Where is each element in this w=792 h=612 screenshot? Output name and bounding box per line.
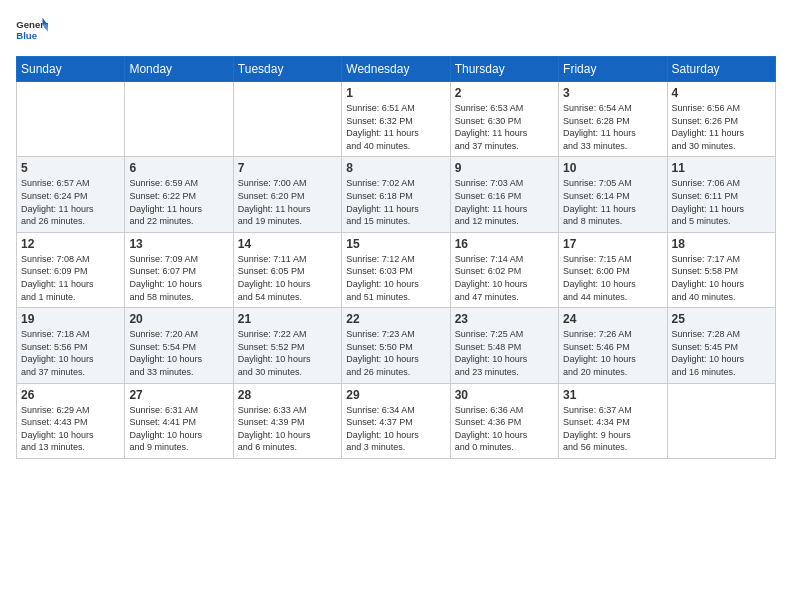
day-number: 9 <box>455 161 554 175</box>
calendar-cell: 2Sunrise: 6:53 AM Sunset: 6:30 PM Daylig… <box>450 82 558 157</box>
day-info: Sunrise: 6:59 AM Sunset: 6:22 PM Dayligh… <box>129 177 228 227</box>
day-info: Sunrise: 7:14 AM Sunset: 6:02 PM Dayligh… <box>455 253 554 303</box>
day-number: 28 <box>238 388 337 402</box>
day-info: Sunrise: 6:37 AM Sunset: 4:34 PM Dayligh… <box>563 404 662 454</box>
calendar-cell: 1Sunrise: 6:51 AM Sunset: 6:32 PM Daylig… <box>342 82 450 157</box>
calendar-cell: 4Sunrise: 6:56 AM Sunset: 6:26 PM Daylig… <box>667 82 775 157</box>
day-number: 8 <box>346 161 445 175</box>
calendar-cell: 18Sunrise: 7:17 AM Sunset: 5:58 PM Dayli… <box>667 232 775 307</box>
day-number: 22 <box>346 312 445 326</box>
day-info: Sunrise: 6:56 AM Sunset: 6:26 PM Dayligh… <box>672 102 771 152</box>
day-number: 18 <box>672 237 771 251</box>
day-number: 12 <box>21 237 120 251</box>
calendar-header-row: SundayMondayTuesdayWednesdayThursdayFrid… <box>17 57 776 82</box>
day-info: Sunrise: 6:34 AM Sunset: 4:37 PM Dayligh… <box>346 404 445 454</box>
day-number: 10 <box>563 161 662 175</box>
svg-text:Blue: Blue <box>16 30 37 41</box>
calendar-cell: 16Sunrise: 7:14 AM Sunset: 6:02 PM Dayli… <box>450 232 558 307</box>
day-info: Sunrise: 7:12 AM Sunset: 6:03 PM Dayligh… <box>346 253 445 303</box>
day-info: Sunrise: 7:23 AM Sunset: 5:50 PM Dayligh… <box>346 328 445 378</box>
day-number: 1 <box>346 86 445 100</box>
day-info: Sunrise: 7:20 AM Sunset: 5:54 PM Dayligh… <box>129 328 228 378</box>
day-of-week-header: Thursday <box>450 57 558 82</box>
calendar-cell: 6Sunrise: 6:59 AM Sunset: 6:22 PM Daylig… <box>125 157 233 232</box>
day-number: 29 <box>346 388 445 402</box>
day-number: 4 <box>672 86 771 100</box>
calendar-table: SundayMondayTuesdayWednesdayThursdayFrid… <box>16 56 776 459</box>
calendar-cell: 21Sunrise: 7:22 AM Sunset: 5:52 PM Dayli… <box>233 308 341 383</box>
calendar-cell: 19Sunrise: 7:18 AM Sunset: 5:56 PM Dayli… <box>17 308 125 383</box>
logo-icon: General Blue <box>16 16 48 44</box>
calendar-cell: 12Sunrise: 7:08 AM Sunset: 6:09 PM Dayli… <box>17 232 125 307</box>
day-info: Sunrise: 7:09 AM Sunset: 6:07 PM Dayligh… <box>129 253 228 303</box>
calendar-cell: 11Sunrise: 7:06 AM Sunset: 6:11 PM Dayli… <box>667 157 775 232</box>
day-number: 15 <box>346 237 445 251</box>
day-number: 24 <box>563 312 662 326</box>
day-info: Sunrise: 7:00 AM Sunset: 6:20 PM Dayligh… <box>238 177 337 227</box>
day-info: Sunrise: 7:05 AM Sunset: 6:14 PM Dayligh… <box>563 177 662 227</box>
day-info: Sunrise: 7:26 AM Sunset: 5:46 PM Dayligh… <box>563 328 662 378</box>
calendar-cell: 3Sunrise: 6:54 AM Sunset: 6:28 PM Daylig… <box>559 82 667 157</box>
day-of-week-header: Friday <box>559 57 667 82</box>
day-number: 19 <box>21 312 120 326</box>
day-number: 17 <box>563 237 662 251</box>
calendar-cell: 27Sunrise: 6:31 AM Sunset: 4:41 PM Dayli… <box>125 383 233 458</box>
day-number: 25 <box>672 312 771 326</box>
day-number: 27 <box>129 388 228 402</box>
day-number: 23 <box>455 312 554 326</box>
calendar-cell: 15Sunrise: 7:12 AM Sunset: 6:03 PM Dayli… <box>342 232 450 307</box>
day-info: Sunrise: 7:11 AM Sunset: 6:05 PM Dayligh… <box>238 253 337 303</box>
calendar-cell: 14Sunrise: 7:11 AM Sunset: 6:05 PM Dayli… <box>233 232 341 307</box>
day-number: 31 <box>563 388 662 402</box>
day-info: Sunrise: 7:18 AM Sunset: 5:56 PM Dayligh… <box>21 328 120 378</box>
calendar-cell: 17Sunrise: 7:15 AM Sunset: 6:00 PM Dayli… <box>559 232 667 307</box>
day-info: Sunrise: 7:02 AM Sunset: 6:18 PM Dayligh… <box>346 177 445 227</box>
day-number: 20 <box>129 312 228 326</box>
calendar-cell <box>667 383 775 458</box>
day-info: Sunrise: 7:22 AM Sunset: 5:52 PM Dayligh… <box>238 328 337 378</box>
day-info: Sunrise: 7:03 AM Sunset: 6:16 PM Dayligh… <box>455 177 554 227</box>
day-info: Sunrise: 6:29 AM Sunset: 4:43 PM Dayligh… <box>21 404 120 454</box>
day-number: 14 <box>238 237 337 251</box>
calendar-cell <box>125 82 233 157</box>
calendar-week-row: 1Sunrise: 6:51 AM Sunset: 6:32 PM Daylig… <box>17 82 776 157</box>
page-header: General Blue <box>16 16 776 44</box>
day-info: Sunrise: 7:15 AM Sunset: 6:00 PM Dayligh… <box>563 253 662 303</box>
day-info: Sunrise: 6:31 AM Sunset: 4:41 PM Dayligh… <box>129 404 228 454</box>
day-info: Sunrise: 7:17 AM Sunset: 5:58 PM Dayligh… <box>672 253 771 303</box>
calendar-cell: 25Sunrise: 7:28 AM Sunset: 5:45 PM Dayli… <box>667 308 775 383</box>
day-number: 26 <box>21 388 120 402</box>
day-number: 30 <box>455 388 554 402</box>
day-number: 7 <box>238 161 337 175</box>
day-info: Sunrise: 6:53 AM Sunset: 6:30 PM Dayligh… <box>455 102 554 152</box>
calendar-cell: 9Sunrise: 7:03 AM Sunset: 6:16 PM Daylig… <box>450 157 558 232</box>
calendar-cell: 30Sunrise: 6:36 AM Sunset: 4:36 PM Dayli… <box>450 383 558 458</box>
day-number: 16 <box>455 237 554 251</box>
calendar-cell: 10Sunrise: 7:05 AM Sunset: 6:14 PM Dayli… <box>559 157 667 232</box>
day-info: Sunrise: 6:54 AM Sunset: 6:28 PM Dayligh… <box>563 102 662 152</box>
day-info: Sunrise: 6:36 AM Sunset: 4:36 PM Dayligh… <box>455 404 554 454</box>
day-number: 3 <box>563 86 662 100</box>
day-info: Sunrise: 7:28 AM Sunset: 5:45 PM Dayligh… <box>672 328 771 378</box>
day-of-week-header: Sunday <box>17 57 125 82</box>
logo: General Blue <box>16 16 48 44</box>
calendar-cell: 31Sunrise: 6:37 AM Sunset: 4:34 PM Dayli… <box>559 383 667 458</box>
calendar-cell: 23Sunrise: 7:25 AM Sunset: 5:48 PM Dayli… <box>450 308 558 383</box>
day-number: 5 <box>21 161 120 175</box>
calendar-cell <box>233 82 341 157</box>
calendar-week-row: 5Sunrise: 6:57 AM Sunset: 6:24 PM Daylig… <box>17 157 776 232</box>
day-of-week-header: Monday <box>125 57 233 82</box>
calendar-week-row: 19Sunrise: 7:18 AM Sunset: 5:56 PM Dayli… <box>17 308 776 383</box>
calendar-cell: 28Sunrise: 6:33 AM Sunset: 4:39 PM Dayli… <box>233 383 341 458</box>
calendar-cell: 24Sunrise: 7:26 AM Sunset: 5:46 PM Dayli… <box>559 308 667 383</box>
calendar-cell: 13Sunrise: 7:09 AM Sunset: 6:07 PM Dayli… <box>125 232 233 307</box>
day-info: Sunrise: 6:51 AM Sunset: 6:32 PM Dayligh… <box>346 102 445 152</box>
day-info: Sunrise: 7:25 AM Sunset: 5:48 PM Dayligh… <box>455 328 554 378</box>
day-number: 6 <box>129 161 228 175</box>
calendar-cell: 8Sunrise: 7:02 AM Sunset: 6:18 PM Daylig… <box>342 157 450 232</box>
day-number: 11 <box>672 161 771 175</box>
day-info: Sunrise: 6:57 AM Sunset: 6:24 PM Dayligh… <box>21 177 120 227</box>
day-of-week-header: Saturday <box>667 57 775 82</box>
calendar-cell: 20Sunrise: 7:20 AM Sunset: 5:54 PM Dayli… <box>125 308 233 383</box>
calendar-cell: 22Sunrise: 7:23 AM Sunset: 5:50 PM Dayli… <box>342 308 450 383</box>
